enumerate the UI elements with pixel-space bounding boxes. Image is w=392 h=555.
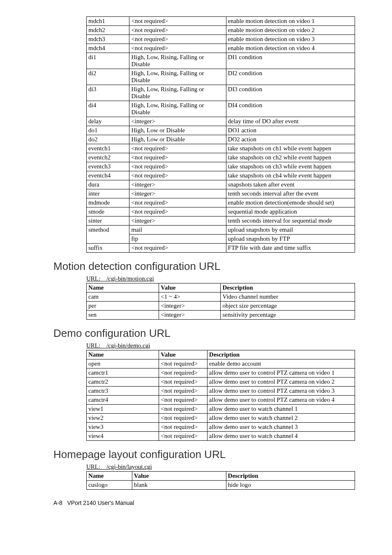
- table-row: cuslogoblankhide logo: [87, 481, 355, 490]
- table-row: eventch2<not required>take snapshots on …: [87, 153, 355, 162]
- cell-desc: take snapshots on ch2 while event happen: [226, 153, 355, 162]
- table-row: di3High, Low, Rising, Falling or Disable…: [87, 85, 355, 101]
- cell-desc: FTP file with date and time suffix: [226, 244, 355, 253]
- cell-value: <not required>: [129, 198, 226, 207]
- cell-value: ftp: [129, 235, 226, 244]
- cell-value: <1 ~ 4>: [159, 292, 221, 302]
- table-row: smethodmailupload snapshots by email: [87, 226, 355, 235]
- cell-value: <not required>: [129, 26, 226, 35]
- table-row: suffix<not required>FTP file with date a…: [87, 244, 355, 253]
- cell-value: <integer>: [159, 302, 221, 311]
- page-footer: A-8 VPort 2140 User's Manual: [53, 500, 355, 506]
- table-row: di4High, Low, Rising, Falling or Disable…: [87, 101, 355, 117]
- cell-name: do1: [87, 126, 129, 135]
- cell-value: <not required>: [159, 432, 208, 441]
- cell-desc: upload snapshots by FTP: [226, 235, 355, 244]
- cell-desc: enable motion detection(emode should set…: [226, 198, 355, 207]
- cell-desc: tenth seconds interval for sequential mo…: [226, 216, 355, 226]
- cell-desc: hide logo: [226, 481, 355, 490]
- cell-value: blank: [132, 481, 226, 490]
- cell-name: mdch1: [87, 17, 129, 26]
- col-value: Value: [159, 350, 208, 359]
- cell-name: mdch2: [87, 26, 129, 35]
- cell-desc: Video channel number: [221, 292, 355, 302]
- cell-value: mail: [129, 226, 226, 235]
- table-row: delay<integer>delay time of DO after eve…: [87, 117, 355, 126]
- cell-desc: upload snapshots by email: [226, 226, 355, 235]
- col-name: Name: [87, 350, 159, 359]
- cell-name: di2: [87, 69, 129, 85]
- cell-name: view2: [87, 414, 159, 423]
- cell-value: <not required>: [159, 414, 208, 423]
- cell-name: per: [87, 302, 159, 311]
- cell-desc: DO1 action: [226, 126, 355, 135]
- table-row: view3<not required>allow demo user to wa…: [87, 423, 355, 432]
- cell-value: <integer>: [129, 117, 226, 126]
- table-row: di2High, Low, Rising, Falling or Disable…: [87, 69, 355, 85]
- table-row: eventch1<not required>take snapshots on …: [87, 144, 355, 153]
- cell-value: <not required>: [159, 359, 208, 368]
- cell-value: <not required>: [159, 423, 208, 432]
- section3-table: Name Value Description open<not required…: [86, 350, 355, 441]
- table-row: mdmode<not required>enable motion detect…: [87, 198, 355, 207]
- manual-title: VPort 2140 User's Manual: [67, 500, 134, 506]
- table-row: camctr1<not required>allow demo user to …: [87, 368, 355, 378]
- col-value: Value: [132, 472, 226, 481]
- table-row: sinter<integer>tenth seconds interval fo…: [87, 216, 355, 226]
- table1: mdch1<not required>enable motion detecti…: [86, 16, 355, 253]
- col-desc: Description: [221, 283, 355, 292]
- section3-title: Demo configuration URL: [53, 327, 355, 340]
- cell-name: view3: [87, 423, 159, 432]
- cell-value: <not required>: [129, 171, 226, 180]
- cell-name: dura: [87, 180, 129, 189]
- cell-desc: allow demo user to watch channel 4: [207, 432, 355, 441]
- table-row: do1High, Low or DisableDO1 action: [87, 126, 355, 135]
- table-row: per<integer>object size percentage: [87, 302, 355, 311]
- cell-value: <not required>: [129, 144, 226, 153]
- cell-value: <integer>: [129, 189, 226, 198]
- table1-container: mdch1<not required>enable motion detecti…: [86, 16, 355, 253]
- table-row: mdch2<not required>enable motion detecti…: [87, 26, 355, 35]
- cell-name: smethod: [87, 226, 129, 244]
- cell-value: High, Low, Rising, Falling or Disable: [129, 85, 226, 101]
- cell-name: open: [87, 359, 159, 368]
- table-row: camctr3<not required>allow demo user to …: [87, 387, 355, 396]
- col-desc: Description: [226, 472, 355, 481]
- cell-desc: sensitivity percentage: [221, 311, 355, 320]
- table-row: sen<integer>sensitivity percentage: [87, 311, 355, 320]
- cell-desc: DI3 condition: [226, 85, 355, 101]
- cell-name: inter: [87, 189, 129, 198]
- table-row: mdch1<not required>enable motion detecti…: [87, 17, 355, 26]
- table-row: view1<not required>allow demo user to wa…: [87, 405, 355, 414]
- section2-table: Name Value Description cam<1 ~ 4>Video c…: [86, 283, 355, 320]
- table-row: eventch3<not required>take snapshots on …: [87, 162, 355, 171]
- cell-value: <integer>: [129, 216, 226, 226]
- cell-desc: DI2 condition: [226, 69, 355, 85]
- cell-name: sinter: [87, 216, 129, 226]
- cell-desc: enable motion detection on video 4: [226, 44, 355, 53]
- cell-name: di3: [87, 85, 129, 101]
- cell-desc: take snapshots on ch3 while event happen: [226, 162, 355, 171]
- table-row: view4<not required>allow demo user to wa…: [87, 432, 355, 441]
- table-row: mdch3<not required>enable motion detecti…: [87, 35, 355, 44]
- cell-name: cam: [87, 292, 159, 302]
- col-name: Name: [87, 283, 159, 292]
- col-desc: Description: [207, 350, 355, 359]
- cell-desc: DO2 action: [226, 135, 355, 144]
- cell-value: High, Low or Disable: [129, 126, 226, 135]
- table-row: smode<not required>sequential mode appli…: [87, 207, 355, 216]
- cell-desc: enable motion detection on video 2: [226, 26, 355, 35]
- section2-body: URL: /cgi-bin/motion.cgi Name Value Desc…: [86, 275, 355, 320]
- cell-desc: enable motion detection on video 3: [226, 35, 355, 44]
- cell-name: view1: [87, 405, 159, 414]
- cell-value: <not required>: [129, 17, 226, 26]
- cell-desc: take snapshots on ch4 while event happen: [226, 171, 355, 180]
- cell-name: di1: [87, 53, 129, 69]
- section2-title: Motion detection configuration URL: [53, 260, 355, 273]
- cell-desc: allow demo user to control PTZ camera on…: [207, 387, 355, 396]
- table-row: inter<integer>tenth seconds interval aft…: [87, 189, 355, 198]
- cell-value: High, Low or Disable: [129, 135, 226, 144]
- cell-name: suffix: [87, 244, 129, 253]
- cell-name: eventch2: [87, 153, 129, 162]
- table-row: camctr2<not required>allow demo user to …: [87, 378, 355, 387]
